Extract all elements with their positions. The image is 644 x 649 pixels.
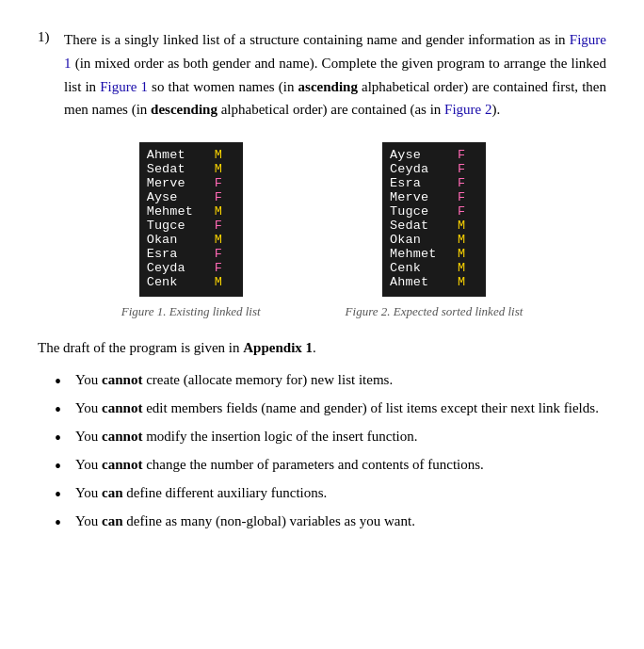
draft-line: The draft of the program is given in App…: [38, 336, 606, 360]
question-text: There is a singly linked list of a struc…: [64, 28, 606, 122]
figures-row: Ahmet M Sedat M Merve F Ayse F MehmetM T…: [38, 142, 606, 319]
table-row: Ayse F: [390, 148, 476, 162]
cannot-bold: cannot: [102, 400, 142, 415]
list-item: • You cannot edit members fields (name a…: [55, 398, 606, 421]
table-row: Sedat M: [390, 219, 476, 233]
ascending-bold: ascending: [298, 79, 358, 94]
figure1-ref2: Figure 1: [100, 79, 148, 94]
figure1-block: Ahmet M Sedat M Merve F Ayse F MehmetM T…: [121, 142, 261, 319]
table-row: MehmetM: [390, 247, 476, 261]
appendix-bold: Appendix 1: [243, 340, 313, 355]
table-row: Okan M: [147, 233, 233, 247]
constraints-list: • You cannot create (allocate memory for…: [38, 369, 606, 534]
bullet-dot: •: [55, 511, 72, 534]
list-item: • You can define as many (non-global) va…: [55, 511, 606, 534]
table-row: Tugce F: [390, 204, 476, 219]
list-item: • You cannot modify the insertion logic …: [55, 426, 606, 449]
bullet-text: You can define different auxiliary funct…: [75, 482, 606, 504]
bullet-text: You cannot create (allocate memory for) …: [75, 369, 606, 391]
table-row: Esra F: [390, 176, 476, 190]
table-row: Sedat M: [147, 162, 233, 176]
bullet-text: You cannot modify the insertion logic of…: [75, 426, 606, 447]
table-row: Ahmet M: [390, 275, 476, 289]
question-number: 1): [38, 28, 64, 122]
bullet-dot: •: [55, 398, 72, 421]
figure1-ref: Figure 1: [64, 32, 606, 71]
bullet-text: You cannot change the number of paramete…: [75, 454, 606, 476]
descending-bold: descending: [151, 102, 217, 117]
table-row: Ceyda F: [147, 261, 233, 275]
question-block: 1) There is a singly linked list of a st…: [38, 28, 606, 122]
bullet-dot: •: [55, 369, 72, 393]
bullet-text: You cannot edit members fields (name and…: [75, 398, 606, 419]
figure1-table: Ahmet M Sedat M Merve F Ayse F MehmetM T…: [139, 142, 243, 297]
figure2-caption: Figure 2. Expected sorted linked list: [346, 304, 523, 319]
figure1-caption: Figure 1. Existing linked list: [121, 304, 261, 319]
figure2-table: Ayse F Ceyda F Esra F Merve F Tugce F Se…: [382, 142, 486, 297]
cannot-bold: cannot: [102, 372, 142, 387]
table-row: Merve F: [390, 190, 476, 204]
list-item: • You can define different auxiliary fun…: [55, 482, 606, 506]
table-row: Esra F: [147, 247, 233, 261]
bullet-dot: •: [55, 454, 72, 478]
table-row: Cenk M: [390, 261, 476, 275]
list-item: • You cannot change the number of parame…: [55, 454, 606, 478]
table-row: Ayse F: [147, 190, 233, 204]
table-row: Tugce F: [147, 219, 233, 233]
table-row: MehmetM: [147, 204, 233, 219]
figure2-block: Ayse F Ceyda F Esra F Merve F Tugce F Se…: [346, 142, 523, 319]
table-row: Merve F: [147, 176, 233, 190]
so-that-text: so that: [152, 79, 189, 94]
bullet-dot: •: [55, 426, 72, 449]
cannot-bold: cannot: [102, 457, 142, 472]
table-row: Cenk M: [147, 275, 233, 289]
cannot-bold: cannot: [102, 429, 142, 444]
bullet-dot: •: [55, 482, 72, 506]
can-bold: can: [102, 513, 123, 528]
list-item: • You cannot create (allocate memory for…: [55, 369, 606, 393]
table-row: Okan M: [390, 233, 476, 247]
table-row: Ahmet M: [147, 148, 233, 162]
bullet-text: You can define as many (non-global) vari…: [75, 511, 606, 532]
table-row: Ceyda F: [390, 162, 476, 176]
can-bold: can: [102, 485, 123, 500]
figure2-ref: Figure 2: [444, 102, 491, 117]
